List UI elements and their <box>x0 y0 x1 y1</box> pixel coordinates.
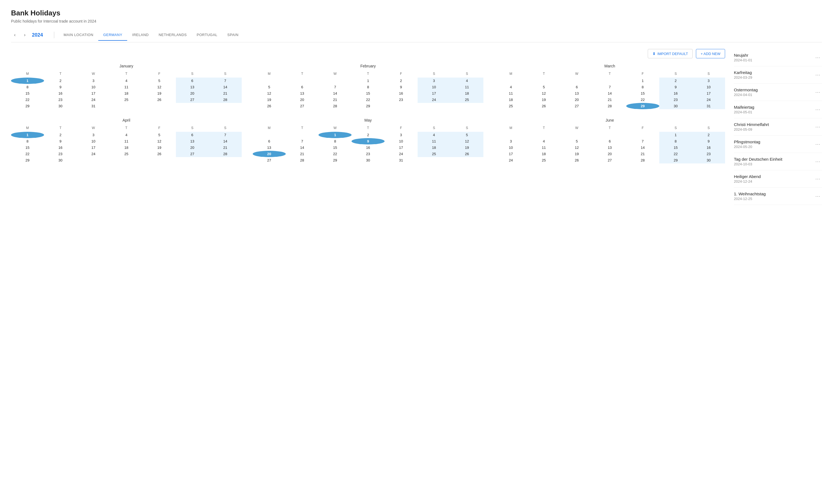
cal-cell: 16 <box>385 90 418 97</box>
cal-cell: 6 <box>253 138 286 145</box>
month-calendar-may: MayMTWTFSS123456789101112131415161718192… <box>253 118 483 163</box>
holiday-menu-button[interactable]: ··· <box>814 193 822 200</box>
holiday-menu-button[interactable]: ··· <box>814 158 822 165</box>
cal-cell <box>253 78 286 84</box>
holiday-menu-button[interactable]: ··· <box>814 106 822 113</box>
day-header: T <box>352 125 385 131</box>
cal-cell: 7 <box>209 132 242 138</box>
cal-cell: 9 <box>692 138 725 145</box>
page-title: Bank Holidays <box>11 9 822 17</box>
day-header: F <box>385 125 418 131</box>
day-header: S <box>659 71 692 76</box>
holiday-date: 2024-05-20 <box>734 145 760 149</box>
cal-cell: 6 <box>560 84 593 90</box>
next-year-button[interactable]: › <box>21 31 29 39</box>
holiday-menu-button[interactable]: ··· <box>814 124 822 130</box>
cal-cell: 13 <box>593 145 626 151</box>
cal-cell: 27 <box>176 151 209 157</box>
day-header: W <box>560 71 593 76</box>
cal-cell: 20 <box>176 145 209 151</box>
cal-cell: 4 <box>110 132 143 138</box>
day-header: F <box>143 71 176 76</box>
cal-cell: 23 <box>385 97 418 103</box>
tab-ireland[interactable]: IRELAND <box>127 33 153 41</box>
cal-cell: 19 <box>450 145 483 151</box>
cal-cell: 14 <box>209 84 242 90</box>
cal-cell: 27 <box>560 103 593 109</box>
cal-cell <box>77 157 110 163</box>
cal-cell: 4 <box>110 78 143 84</box>
holiday-menu-button[interactable]: ··· <box>814 176 822 182</box>
cal-cell: 13 <box>560 90 593 97</box>
cal-cell: 28 <box>209 97 242 103</box>
cal-cell: 31 <box>385 157 418 163</box>
cal-cell: 14 <box>593 90 626 97</box>
cal-cell: 18 <box>494 97 527 103</box>
cal-cell: 7 <box>209 78 242 84</box>
cal-cell: 3 <box>692 78 725 84</box>
month-title: March <box>494 64 725 68</box>
cal-cell: 27 <box>286 103 319 109</box>
cal-cell: 19 <box>560 151 593 157</box>
day-header: M <box>11 71 44 76</box>
cal-cell: 24 <box>77 151 110 157</box>
tab-spain[interactable]: SPAIN <box>222 33 244 41</box>
holiday-item: Pfingstmontag2024-05-20··· <box>734 136 822 153</box>
cal-cell: 1 <box>352 78 385 84</box>
year-nav: ‹ › 2024 <box>11 31 44 42</box>
cal-cell: 8 <box>11 138 44 145</box>
cal-cell <box>253 132 286 138</box>
action-bar: ⬇ IMPORT DEFAULT + ADD NEW <box>11 49 725 58</box>
tab-netherlands[interactable]: NETHERLANDS <box>153 33 192 41</box>
cal-cell: 24 <box>418 97 451 103</box>
day-header: F <box>385 71 418 76</box>
cal-cell: 3 <box>494 138 527 145</box>
cal-cell: 12 <box>143 138 176 145</box>
cal-cell: 18 <box>450 90 483 97</box>
holiday-menu-button[interactable]: ··· <box>814 89 822 96</box>
cal-cell: 15 <box>352 90 385 97</box>
cal-cell: 2 <box>44 132 77 138</box>
prev-year-button[interactable]: ‹ <box>11 31 19 39</box>
cal-cell: 23 <box>44 97 77 103</box>
cal-cell <box>209 103 242 109</box>
cal-cell: 12 <box>143 84 176 90</box>
cal-cell: 17 <box>494 151 527 157</box>
day-header: W <box>77 125 110 131</box>
add-label: + ADD NEW <box>700 52 720 56</box>
tab-germany[interactable]: GERMANY <box>98 33 127 41</box>
cal-cell: 17 <box>385 145 418 151</box>
cal-cell: 2 <box>385 78 418 84</box>
cal-cell: 12 <box>450 138 483 145</box>
cal-cell: 15 <box>11 90 44 97</box>
cal-cell: 25 <box>450 97 483 103</box>
month-title: February <box>253 64 483 68</box>
cal-cell <box>560 132 593 138</box>
cal-cell: 10 <box>418 84 451 90</box>
holiday-menu-button[interactable]: ··· <box>814 54 822 61</box>
cal-cell: 10 <box>77 138 110 145</box>
tab-main[interactable]: MAIN LOCATION <box>58 33 98 41</box>
import-default-button[interactable]: ⬇ IMPORT DEFAULT <box>648 49 693 58</box>
cal-cell: 11 <box>527 145 561 151</box>
day-header: W <box>318 71 352 76</box>
cal-cell: 30 <box>659 103 692 109</box>
day-header: T <box>110 125 143 131</box>
holiday-date: 2024-05-01 <box>734 110 754 114</box>
day-header: S <box>418 71 451 76</box>
holiday-menu-button[interactable]: ··· <box>814 72 822 78</box>
holiday-menu-button[interactable]: ··· <box>814 141 822 148</box>
cal-cell <box>286 78 319 84</box>
cal-cell: 29 <box>626 103 659 109</box>
day-header: S <box>450 125 483 131</box>
cal-cell: 5 <box>527 84 561 90</box>
cal-cell: 9 <box>44 84 77 90</box>
cal-cell: 15 <box>11 145 44 151</box>
cal-cell: 20 <box>593 151 626 157</box>
day-header: M <box>253 71 286 76</box>
cal-cell: 20 <box>286 97 319 103</box>
calendar-section: ⬇ IMPORT DEFAULT + ADD NEW JanuaryMTWTFS… <box>11 49 725 205</box>
add-new-button[interactable]: + ADD NEW <box>696 49 725 58</box>
tab-portugal[interactable]: PORTUGAL <box>192 33 222 41</box>
month-title: June <box>494 118 725 122</box>
